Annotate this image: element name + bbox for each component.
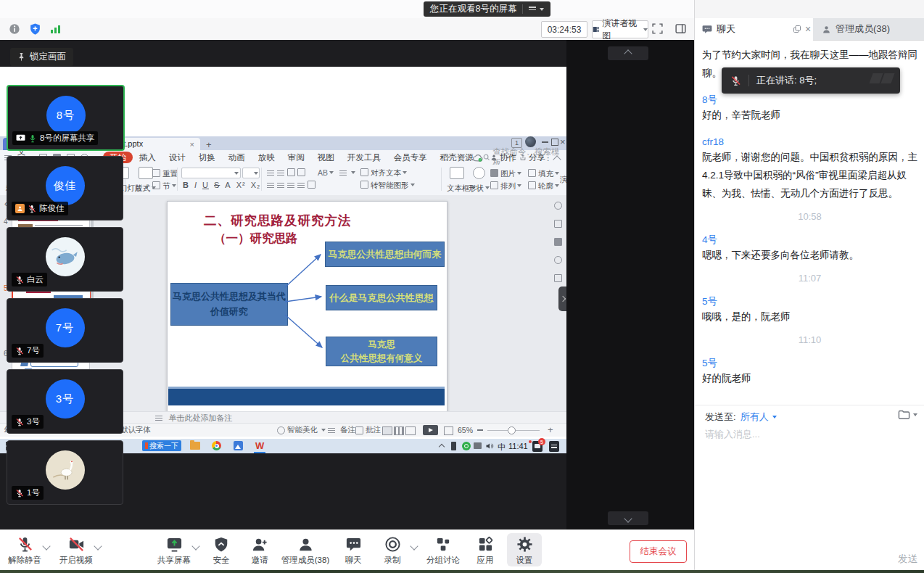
video-strip-collapse-handle[interactable] [558, 286, 566, 311]
reset-button[interactable]: 重置 [152, 169, 178, 179]
ribbon-tab-insert[interactable]: 插入 [133, 152, 162, 163]
tray-green-ball-icon[interactable] [462, 442, 471, 450]
maximize-icon[interactable] [551, 139, 558, 146]
props-icon[interactable] [554, 220, 562, 228]
security-shield-icon[interactable] [29, 22, 41, 38]
participant-tile-1hao[interactable]: 1号 [7, 440, 123, 505]
chat-sender[interactable]: 8号 [702, 94, 917, 106]
scroll-participants-up-button[interactable] [608, 46, 648, 60]
ime-indicator[interactable]: 中 [498, 442, 506, 453]
subscript-button[interactable]: X₂ [251, 181, 261, 189]
help-icon[interactable] [554, 256, 562, 264]
tray-clock[interactable]: 11:41 [508, 442, 528, 450]
chat-sender[interactable]: 5号 [702, 295, 917, 308]
ribbon-tab-animation[interactable]: 动画 [222, 152, 252, 163]
list-buttons[interactable] [267, 168, 308, 177]
profile-icon[interactable] [554, 202, 562, 210]
more-menu-icon[interactable]: ⋮ [544, 152, 553, 162]
file-explorer-icon[interactable] [190, 442, 200, 450]
wps-taskbar-icon[interactable]: W [254, 440, 265, 453]
chat-input[interactable]: 请输入消息... [705, 428, 760, 441]
comments-panel-icon[interactable] [554, 238, 562, 246]
send-file-button[interactable] [898, 409, 917, 420]
font-color-button[interactable]: A [225, 181, 231, 189]
ribbon-tab-design[interactable]: 设计 [162, 152, 192, 163]
notes-placeholder[interactable]: 单击此处添加备注 [155, 413, 233, 424]
font-format-buttons[interactable]: B I U S A X² X₂ [183, 181, 260, 189]
participant-tile-7hao[interactable]: 7号 7号 [7, 298, 123, 363]
zoom-in-icon[interactable]: + [548, 424, 553, 435]
shape-button[interactable]: 形状 [469, 184, 490, 194]
fullscreen-icon[interactable] [651, 22, 664, 38]
participant-tile-baiyun[interactable]: 白云 [7, 227, 123, 292]
bold-button[interactable]: B [183, 181, 189, 189]
font-name-select[interactable] [181, 168, 241, 178]
arrange-button[interactable]: 排列 [490, 181, 521, 191]
photos-app-icon[interactable] [234, 441, 243, 450]
smart-graphic-button[interactable]: 转智能图形 [360, 181, 415, 191]
new-document-tab-button[interactable]: + [206, 139, 212, 150]
tray-volume-icon[interactable] [485, 442, 494, 450]
cloud-sync-icon[interactable] [473, 154, 483, 162]
line-spacing-button[interactable] [339, 168, 355, 177]
font-size-select[interactable] [242, 168, 260, 178]
sorter-view-icon[interactable] [394, 426, 404, 435]
close-chat-icon[interactable]: × [805, 23, 811, 35]
more-tools-icon[interactable] [554, 274, 562, 282]
zoom-out-icon[interactable] [477, 429, 483, 431]
settings-button[interactable]: 设置 [491, 536, 558, 566]
ribbon-tab-transition[interactable]: 切换 [192, 152, 222, 163]
participant-tile-3hao[interactable]: 3号 3号 [7, 369, 123, 434]
outline-button[interactable]: 轮廓 [528, 181, 559, 191]
zoom-level[interactable]: 65% [458, 426, 473, 434]
strikethrough-button[interactable]: S [214, 181, 220, 189]
ribbon-tab-slideshow[interactable]: 放映 [252, 152, 281, 163]
chat-sender[interactable]: 4号 [702, 234, 917, 246]
view-mode-button[interactable]: 演讲者视图 [592, 20, 648, 38]
chat-sender[interactable]: 5号 [702, 357, 917, 369]
close-window-icon[interactable]: × [560, 136, 566, 147]
chat-sender[interactable]: cfr18 [702, 136, 917, 148]
tray-expand-icon[interactable] [439, 444, 445, 450]
ribbon-tab-member[interactable]: 会员专享 [387, 152, 434, 163]
pin-view-button[interactable]: 锁定画面 [10, 48, 73, 66]
participant-tile-8hao[interactable]: 8号 8号的屏幕共享 [7, 85, 125, 151]
ribbon-tab-view[interactable]: 视图 [311, 152, 341, 163]
align-buttons[interactable] [267, 181, 318, 189]
align-text-button[interactable]: 对齐文本 [360, 168, 407, 178]
wps-right-sidebar[interactable] [554, 202, 562, 282]
send-to-select[interactable]: 所有人 [741, 411, 777, 424]
start-video-button[interactable]: 开启视频 [43, 536, 110, 566]
chrome-icon[interactable] [212, 441, 221, 450]
beautify-button[interactable]: 智能美化 [277, 425, 326, 435]
fill-button[interactable]: 填充 [528, 169, 559, 179]
present-tools-label[interactable]: 演示 [560, 175, 566, 185]
tab-chat[interactable]: 聊天 × [695, 18, 814, 40]
ribbon-tab-review[interactable]: 审阅 [281, 152, 311, 163]
text-direction-button[interactable]: AB [318, 168, 334, 177]
minimize-icon[interactable] [542, 141, 548, 143]
slide-canvas[interactable]: 二、研究思路及研究方法 （一）研究思路 马克思公共性思想及其当代价值研究 马克思… [167, 201, 447, 413]
account-avatar[interactable] [525, 136, 536, 147]
tab-manage-members[interactable]: 管理成员(38) [813, 18, 924, 41]
reading-view-icon[interactable] [405, 426, 416, 435]
picture-button[interactable]: 图片 [490, 169, 521, 179]
chat-message-list[interactable]: 为了节约大家时间，我在聊天这里——地跟答辩同聊。 8号 好的，辛苦阮老师 cfr… [695, 40, 924, 405]
collab-button[interactable]: 协作 [490, 152, 516, 163]
tray-phone-icon[interactable] [451, 442, 456, 450]
share-button[interactable]: 分享 [519, 152, 545, 163]
end-meeting-button[interactable]: 结束会议 [630, 540, 687, 563]
banner-menu-icon[interactable] [529, 7, 544, 12]
italic-button[interactable]: I [194, 181, 197, 189]
network-signal-icon[interactable] [51, 25, 60, 33]
participant-tile-junjia[interactable]: 俊佳 陈俊佳 [7, 156, 123, 220]
tray-app2-icon[interactable] [549, 441, 559, 452]
taskbar-search-pill[interactable]: 搜索一下 [142, 440, 181, 451]
section-button[interactable]: 节 [152, 181, 176, 191]
ribbon-tab-dev[interactable]: 开发工具 [341, 152, 387, 163]
side-panel-toggle-icon[interactable] [675, 22, 687, 38]
popout-icon[interactable] [793, 25, 801, 33]
scroll-participants-down-button[interactable] [608, 511, 648, 525]
comments-toggle[interactable]: 批注 [355, 425, 381, 435]
play-slideshow-button[interactable] [423, 425, 438, 435]
